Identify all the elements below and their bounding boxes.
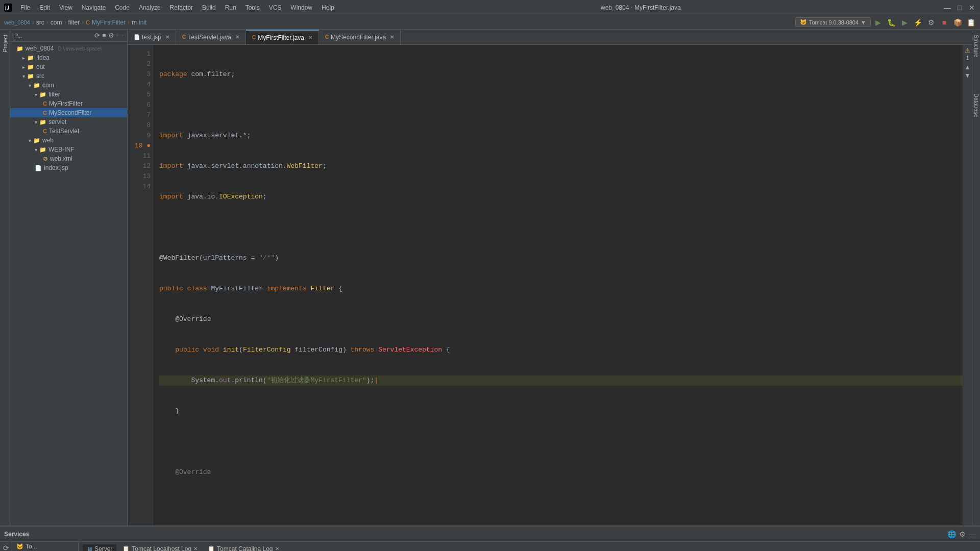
output-section: 🖥 Server 📋 Tomcat Localhost Log ✕ 📋 Tomc… [79,542,980,551]
tree-testservlet-label: TestServlet [49,128,79,135]
breadcrumb-method: m [132,19,137,26]
tree-item-myfirstfilter[interactable]: C MyFirstFilter [10,99,127,108]
project-panel-header: P... ⟳ ≡ ⚙ — [10,30,127,42]
minimize-button[interactable]: — [943,4,951,12]
breadcrumb-class[interactable]: MyFirstFilter [92,19,126,26]
breadcrumb-filter[interactable]: filter [68,19,80,26]
tree-item-root[interactable]: 📁 web_0804 D:\java-web-space\ [10,44,127,53]
com-expand: ▾ [29,83,31,88]
menu-refactor[interactable]: Refactor [166,3,197,12]
servlet-expand: ▾ [35,119,37,125]
window-controls: — □ ✕ [943,4,976,12]
web-icon[interactable]: 🌐 [947,530,956,538]
breadcrumb-project[interactable]: web_0804 [4,19,30,26]
tree-item-webxml[interactable]: ⚙ web.xml [10,154,127,163]
refresh-srv-icon[interactable]: ⟳ [3,544,9,551]
tree-item-idea[interactable]: ▸ 📁 .idea [10,53,127,62]
menu-file[interactable]: File [16,3,34,12]
up-icon[interactable]: ▲ [965,64,971,71]
catalina-close[interactable]: ✕ [275,546,279,551]
testservlet-close-btn[interactable]: ✕ [235,34,239,40]
bottom-panel: Services 🌐 ⚙ — ⟳ + ■ ▶ ⬇ ↗ ⟶ 🐱 [0,525,980,551]
server-tab-server[interactable]: 🖥 Server [83,544,116,552]
settings-icon[interactable]: ⚙ [108,32,114,39]
tree-myfirstfilter-label: MyFirstFilter [49,100,83,107]
structure-tab[interactable]: Structure [972,30,981,63]
menu-analyze[interactable]: Analyze [135,3,165,12]
run-icon[interactable]: ▶ [873,17,883,28]
down-icon[interactable]: ▼ [965,72,971,79]
hide-icon[interactable]: — [116,32,123,39]
server-tab-localhost[interactable]: 📋 Tomcat Localhost Log ✕ [118,544,202,552]
myfirstfilter-close-btn[interactable]: ✕ [308,35,312,40]
tree-item-webinf[interactable]: ▾ 📁 WEB-INF [10,145,127,154]
tree-item-com[interactable]: ▾ 📁 com [10,81,127,90]
project-panel: P... ⟳ ≡ ⚙ — 📁 web_0804 D:\java-web-spac… [10,30,128,525]
collapse-icon[interactable]: ≡ [102,32,106,39]
menu-edit[interactable]: Edit [35,3,54,12]
menu-tools[interactable]: Tools [241,3,264,12]
menu-view[interactable]: View [55,3,77,12]
tree-item-mysecondfilter[interactable]: C MySecondFilter [10,108,127,117]
sdk-icon[interactable]: 📋 [966,17,976,28]
localhost-close[interactable]: ✕ [193,546,198,551]
run-button-area: 🐱 Tomcat 9.0.38-0804 ▼ ▶ 🐛 ▶ ⚡ ⚙ ■ 📦 📋 [795,17,976,28]
tree-item-filter[interactable]: ▾ 📁 filter [10,90,127,99]
menu-code[interactable]: Code [111,3,134,12]
run-config[interactable]: 🐱 Tomcat 9.0.38-0804 ▼ [795,17,871,27]
testservlet-tab-icon: C [182,34,186,40]
tree-item-indexjsp[interactable]: 📄 index.jsp [10,163,127,172]
tree-item-servlet[interactable]: ▾ 📁 servlet [10,117,127,127]
server-tab-catalina[interactable]: 📋 Tomcat Catalina Log ✕ [204,544,283,552]
app-icon: IJ [4,4,12,12]
tree-item-out[interactable]: ▸ 📁 out [10,62,127,71]
server-list: 🐱 To... ▾ Deploy ▼ ✓ web... [12,542,79,551]
tree-item-web[interactable]: ▾ 📁 web [10,136,127,145]
tomcat-icon: 🐱 [16,543,23,550]
stop-icon[interactable]: ■ [939,17,949,28]
tree-item-src[interactable]: ▾ 📁 src [10,71,127,81]
tab-testservlet[interactable]: C TestServlet.java ✕ [176,30,246,44]
breadcrumb-src[interactable]: src [36,19,44,26]
minimize-srv-icon[interactable]: — [969,530,976,538]
settings-srv-icon[interactable]: ⚙ [959,530,966,538]
menu-build[interactable]: Build [198,3,220,12]
server-tab-label: Server [94,545,112,552]
database-tab[interactable]: Database [972,88,981,122]
breadcrumb-init[interactable]: init [139,19,146,26]
tab-testjsp[interactable]: 📄 test.jsp ✕ [128,30,176,44]
editor-area: 📄 test.jsp ✕ C TestServlet.java ✕ C MyFi… [128,30,972,525]
server-item-label: To... [26,543,37,550]
build-artifact-icon[interactable]: 📦 [952,17,963,28]
title-left: IJ File Edit View Navigate Code Analyze … [4,3,338,12]
menu-run[interactable]: Run [221,3,240,12]
run-with-coverage-icon[interactable]: ▶ [899,17,910,28]
run-config-icon: 🐱 [800,19,807,26]
maximize-button[interactable]: □ [955,4,964,12]
close-button[interactable]: ✕ [968,4,976,12]
sep2: › [46,19,48,26]
services-title: Services [4,531,947,538]
breadcrumb-com[interactable]: com [51,19,62,26]
menu-navigate[interactable]: Navigate [78,3,110,12]
menu-help[interactable]: Help [317,3,338,12]
tab-mysecondfilter[interactable]: C MySecondFilter.java ✕ [319,30,401,44]
tab-myfirstfilter[interactable]: C MyFirstFilter.java ✕ [246,30,319,44]
services-panel-header: Services 🌐 ⚙ — [0,527,980,542]
tree-item-testservlet[interactable]: C TestServlet [10,127,127,136]
menu-vcs[interactable]: VCS [265,3,286,12]
tree-idea-label: .idea [36,54,50,61]
mysecondfilter-close-btn[interactable]: ✕ [390,34,394,40]
project-tab[interactable]: Project [1,30,9,57]
debug-icon[interactable]: 🐛 [886,17,896,28]
deploy-row[interactable]: 🐱 To... [12,542,78,551]
testjsp-close-btn[interactable]: ✕ [165,34,169,40]
breadcrumb-file-icon: C [86,19,90,26]
sync-icon[interactable]: ⟳ [94,32,100,39]
menu-window[interactable]: Window [286,3,316,12]
root-path: D:\java-web-space\ [58,46,102,52]
settings-run-icon[interactable]: ⚙ [926,17,936,28]
code-content[interactable]: package com.filter; import javax.servlet… [153,45,972,525]
profile-icon[interactable]: ⚡ [913,17,923,28]
tree-out-label: out [36,63,45,70]
